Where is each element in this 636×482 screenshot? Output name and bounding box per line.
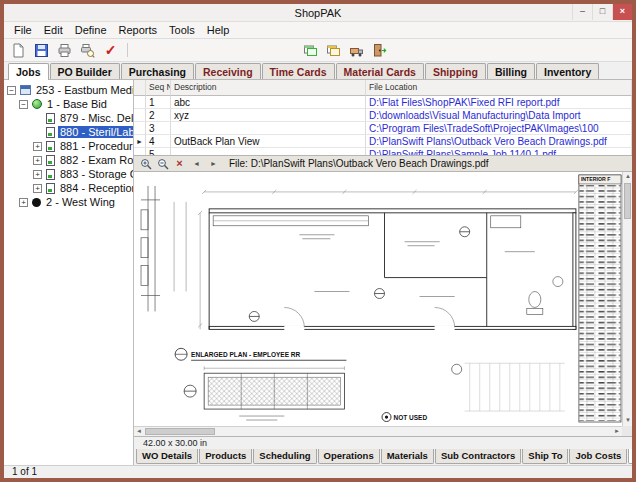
time-cards-icon[interactable] bbox=[325, 42, 342, 59]
bottom-tab-wo-details[interactable]: WO Details bbox=[136, 449, 198, 464]
menu-help[interactable]: Help bbox=[201, 23, 236, 37]
table-row[interactable]: 5 D:\PlanSwift Plans\Sample Job 1140 1.p… bbox=[134, 148, 632, 156]
toolbar-separator bbox=[127, 43, 128, 57]
menu-file[interactable]: File bbox=[8, 23, 38, 37]
table-row[interactable]: 3 C:\Program Files\TradeSoft\ProjectPAK\… bbox=[134, 122, 632, 135]
schedule-header-label: INTERIOR F bbox=[581, 176, 610, 182]
new-document-icon[interactable] bbox=[10, 42, 27, 59]
bottom-tab-materials[interactable]: Materials bbox=[381, 449, 434, 464]
menu-reports[interactable]: Reports bbox=[113, 23, 164, 37]
approve-check-icon[interactable]: ✓ bbox=[102, 42, 119, 59]
zoom-out-icon[interactable] bbox=[156, 157, 169, 170]
file-link[interactable]: D:\PlanSwift Plans\Outback Vero Beach Dr… bbox=[366, 135, 632, 148]
bottom-tab-operations[interactable]: Operations bbox=[318, 449, 380, 464]
main-tab-bar: Jobs PO Builder Purchasing Receiving Tim… bbox=[4, 62, 632, 80]
print-preview-icon[interactable] bbox=[79, 42, 96, 59]
bottom-tab-drawings[interactable]: Drawings bbox=[628, 449, 636, 464]
tree-node-883[interactable]: 883 - Storage Closet bbox=[33, 167, 133, 181]
app-window: ShopPAK – □ × File Edit Define Reports T… bbox=[0, 0, 636, 482]
col-description: Description bbox=[171, 80, 366, 96]
file-link[interactable]: D:\downloads\Visual Manufacturing\Data I… bbox=[366, 109, 632, 122]
horizontal-scrollbar[interactable]: ◄ ► bbox=[134, 426, 622, 436]
shipping-icon[interactable] bbox=[348, 42, 365, 59]
print-icon[interactable] bbox=[56, 42, 73, 59]
window-title: ShopPAK bbox=[4, 4, 632, 22]
tree-node-880-selected[interactable]: 880 - Steril/Lab bbox=[33, 125, 133, 139]
collapse-icon[interactable] bbox=[19, 100, 28, 109]
tree-node-label: 881 - Procedure Room bbox=[58, 140, 134, 152]
col-file-location: File Location bbox=[366, 80, 632, 96]
table-row[interactable]: 1 abc D:\Flat Files\ShopPAK\Fixed RFI re… bbox=[134, 96, 632, 109]
tab-time-cards[interactable]: Time Cards bbox=[262, 63, 335, 79]
material-cards-icon[interactable] bbox=[302, 42, 319, 59]
tree-node-west-wing[interactable]: 2 - West Wing bbox=[19, 195, 133, 209]
file-link[interactable]: D:\Flat Files\ShopPAK\Fixed RFI report.p… bbox=[366, 96, 632, 109]
scroll-right-icon[interactable]: ► bbox=[612, 427, 622, 437]
viewer-file-label: File: D:\PlanSwift Plans\Outback Vero Be… bbox=[229, 158, 489, 169]
job-tree[interactable]: 253 - Eastbum Medical Cent 1 - Base Bid … bbox=[4, 80, 134, 465]
col-indicator bbox=[134, 80, 146, 96]
tree-node-base-bid[interactable]: 1 - Base Bid bbox=[19, 97, 133, 111]
tree-node-project[interactable]: 253 - Eastbum Medical Cent bbox=[7, 83, 133, 97]
expand-icon[interactable] bbox=[33, 170, 42, 179]
scroll-up-icon[interactable]: ▲ bbox=[623, 172, 633, 182]
tree-node-879[interactable]: 879 - Misc. Delivery & bbox=[33, 111, 133, 125]
tree-node-881[interactable]: 881 - Procedure Room bbox=[33, 139, 133, 153]
file-link[interactable]: D:\PlanSwift Plans\Sample Job 1140 1.pdf bbox=[366, 148, 632, 156]
next-page-icon[interactable]: ► bbox=[207, 157, 220, 170]
drawing-detail-title: ENLARGED PLAN - EMPLOYEE RR bbox=[191, 351, 300, 358]
minimize-button[interactable]: – bbox=[572, 4, 592, 20]
title-bar[interactable]: ShopPAK – □ × bbox=[4, 4, 632, 22]
pdf-viewer-toolbar: × ◄ ► File: D:\PlanSwift Plans\Outback V… bbox=[134, 156, 632, 172]
bottom-tab-sub-contractors[interactable]: Sub Contractors bbox=[435, 449, 521, 464]
tab-jobs[interactable]: Jobs bbox=[8, 63, 49, 80]
tab-shipping[interactable]: Shipping bbox=[425, 63, 486, 79]
bottom-tab-ship-to[interactable]: Ship To bbox=[522, 449, 568, 464]
document-icon bbox=[46, 183, 55, 194]
tab-inventory[interactable]: Inventory bbox=[536, 63, 599, 79]
current-row-marker: ► bbox=[134, 135, 146, 148]
horizontal-scroll-thumb[interactable] bbox=[145, 428, 215, 435]
expand-icon[interactable] bbox=[33, 184, 42, 193]
main-panel: Seq Nbr Description File Location 1 abc … bbox=[134, 80, 632, 465]
pdf-drawing: ENLARGED PLAN - EMPLOYEE RR bbox=[134, 172, 622, 426]
expand-icon[interactable] bbox=[33, 156, 42, 165]
toolbar: ✓ bbox=[4, 39, 632, 62]
close-button[interactable]: × bbox=[612, 4, 632, 20]
pdf-preview-area[interactable]: ENLARGED PLAN - EMPLOYEE RR bbox=[134, 172, 632, 437]
file-link[interactable]: C:\Program Files\TradeSoft\ProjectPAK\Im… bbox=[366, 122, 632, 135]
tab-material-cards[interactable]: Material Cards bbox=[336, 63, 424, 79]
save-icon[interactable] bbox=[33, 42, 50, 59]
tree-node-882[interactable]: 882 - Exam Rooms bbox=[33, 153, 133, 167]
bottom-tab-job-costs[interactable]: Job Costs bbox=[569, 449, 627, 464]
vertical-scrollbar[interactable]: ▲ ▼ bbox=[622, 172, 632, 426]
zoom-in-icon[interactable] bbox=[139, 157, 152, 170]
tab-receiving[interactable]: Receiving bbox=[195, 63, 261, 79]
document-icon bbox=[46, 113, 55, 124]
menu-define[interactable]: Define bbox=[69, 23, 113, 37]
table-row[interactable]: 2 xyz D:\downloads\Visual Manufacturing\… bbox=[134, 109, 632, 122]
building-icon bbox=[20, 85, 31, 95]
vertical-scroll-thumb[interactable] bbox=[624, 183, 631, 219]
menu-edit[interactable]: Edit bbox=[38, 23, 69, 37]
bottom-tab-products[interactable]: Products bbox=[199, 449, 252, 464]
table-row-current[interactable]: ► 4 OutBack Plan View D:\PlanSwift Plans… bbox=[134, 135, 632, 148]
exit-icon[interactable] bbox=[371, 42, 388, 59]
col-seq-nbr: Seq Nbr bbox=[146, 80, 171, 96]
bottom-tab-scheduling[interactable]: Scheduling bbox=[253, 449, 316, 464]
prev-page-icon[interactable]: ◄ bbox=[190, 157, 203, 170]
close-preview-icon[interactable]: × bbox=[173, 157, 186, 170]
tab-billing[interactable]: Billing bbox=[487, 63, 535, 79]
collapse-icon[interactable] bbox=[7, 86, 16, 95]
menu-tools[interactable]: Tools bbox=[163, 23, 201, 37]
expand-icon[interactable] bbox=[19, 198, 28, 207]
tab-purchasing[interactable]: Purchasing bbox=[121, 63, 194, 79]
maximize-button[interactable]: □ bbox=[592, 4, 612, 20]
expand-icon[interactable] bbox=[33, 142, 42, 151]
tree-node-884[interactable]: 884 - Reception Desk bbox=[33, 181, 133, 195]
scroll-left-icon[interactable]: ◄ bbox=[134, 427, 144, 437]
tree-node-label-selected: 880 - Steril/Lab bbox=[58, 126, 134, 138]
tab-po-builder[interactable]: PO Builder bbox=[50, 63, 120, 79]
scroll-down-icon[interactable]: ▼ bbox=[623, 416, 633, 426]
attachments-table[interactable]: Seq Nbr Description File Location 1 abc … bbox=[134, 80, 632, 156]
